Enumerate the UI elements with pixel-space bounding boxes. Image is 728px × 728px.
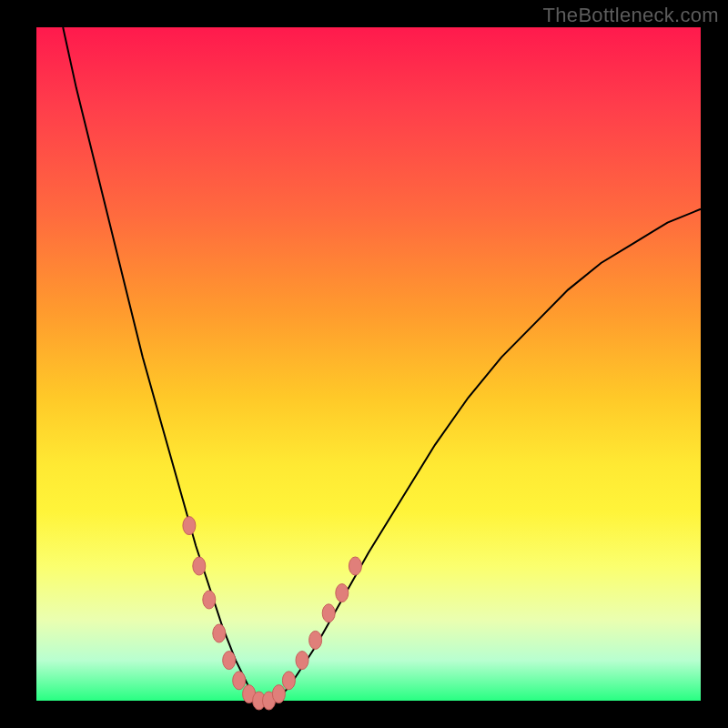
- curve-markers: [183, 517, 362, 710]
- outer-frame: TheBottleneck.com: [0, 0, 728, 728]
- curve-marker: [309, 631, 322, 649]
- curve-marker: [233, 672, 246, 690]
- curve-marker: [349, 557, 361, 575]
- curve-marker: [223, 652, 236, 670]
- curve-marker: [272, 685, 285, 703]
- curve-marker: [336, 584, 349, 602]
- curve-marker: [296, 652, 308, 670]
- curve-marker: [203, 591, 216, 609]
- watermark-text: TheBottleneck.com: [543, 4, 719, 27]
- curve-marker: [213, 624, 226, 642]
- plot-area: [36, 27, 701, 701]
- curve-marker: [282, 672, 295, 690]
- curve-marker: [183, 517, 196, 535]
- bottleneck-curve: [63, 27, 701, 701]
- curve-marker: [322, 604, 335, 622]
- curve-svg: [36, 27, 701, 701]
- curve-marker: [193, 557, 206, 575]
